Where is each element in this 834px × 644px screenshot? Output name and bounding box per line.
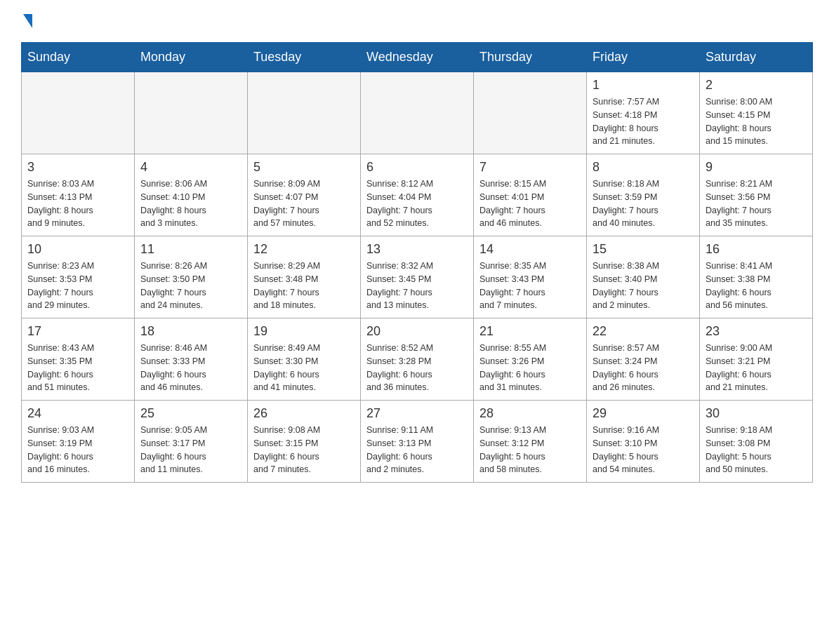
calendar-cell: 25Sunrise: 9:05 AMSunset: 3:17 PMDayligh…	[135, 401, 248, 483]
day-number: 28	[479, 406, 581, 421]
day-info: Sunrise: 7:57 AMSunset: 4:18 PMDaylight:…	[593, 95, 694, 148]
day-info: Sunrise: 8:43 AMSunset: 3:35 PMDaylight:…	[27, 342, 128, 394]
day-number: 24	[27, 406, 128, 421]
day-info: Sunrise: 8:21 AMSunset: 3:56 PMDaylight:…	[706, 177, 807, 230]
calendar-week-row: 3Sunrise: 8:03 AMSunset: 4:13 PMDaylight…	[22, 154, 813, 236]
day-info: Sunrise: 8:26 AMSunset: 3:50 PMDaylight:…	[140, 260, 241, 312]
day-number: 1	[593, 78, 694, 93]
calendar-cell: 29Sunrise: 9:16 AMSunset: 3:10 PMDayligh…	[587, 401, 700, 483]
day-info: Sunrise: 8:55 AMSunset: 3:26 PMDaylight:…	[479, 342, 581, 394]
day-info: Sunrise: 9:11 AMSunset: 3:13 PMDaylight:…	[366, 424, 468, 476]
day-info: Sunrise: 8:49 AMSunset: 3:30 PMDaylight:…	[253, 342, 355, 394]
day-info: Sunrise: 9:00 AMSunset: 3:21 PMDaylight:…	[706, 342, 807, 394]
day-number: 15	[593, 242, 694, 257]
calendar-cell: 8Sunrise: 8:18 AMSunset: 3:59 PMDaylight…	[587, 154, 700, 236]
logo	[21, 14, 32, 28]
day-info: Sunrise: 8:41 AMSunset: 3:38 PMDaylight:…	[706, 260, 807, 312]
calendar-cell: 4Sunrise: 8:06 AMSunset: 4:10 PMDaylight…	[135, 154, 248, 236]
calendar-cell: 11Sunrise: 8:26 AMSunset: 3:50 PMDayligh…	[135, 236, 248, 318]
calendar-cell	[135, 72, 248, 154]
weekday-header-monday: Monday	[135, 43, 248, 72]
calendar-cell: 1Sunrise: 7:57 AMSunset: 4:18 PMDaylight…	[587, 72, 700, 154]
calendar-cell: 21Sunrise: 8:55 AMSunset: 3:26 PMDayligh…	[474, 318, 587, 401]
day-info: Sunrise: 8:03 AMSunset: 4:13 PMDaylight:…	[27, 177, 128, 230]
day-info: Sunrise: 8:52 AMSunset: 3:28 PMDaylight:…	[366, 342, 468, 394]
weekday-header-row: SundayMondayTuesdayWednesdayThursdayFrid…	[22, 43, 813, 72]
day-number: 13	[366, 242, 468, 257]
calendar-week-row: 24Sunrise: 9:03 AMSunset: 3:19 PMDayligh…	[22, 401, 813, 483]
weekday-header-sunday: Sunday	[22, 43, 135, 72]
day-info: Sunrise: 8:46 AMSunset: 3:33 PMDaylight:…	[140, 342, 241, 394]
day-number: 27	[366, 406, 468, 421]
page-header	[21, 14, 813, 28]
day-number: 16	[706, 242, 807, 257]
calendar-cell: 28Sunrise: 9:13 AMSunset: 3:12 PMDayligh…	[474, 401, 587, 483]
calendar-cell: 26Sunrise: 9:08 AMSunset: 3:15 PMDayligh…	[248, 401, 361, 483]
day-info: Sunrise: 8:06 AMSunset: 4:10 PMDaylight:…	[140, 177, 241, 230]
calendar-cell: 22Sunrise: 8:57 AMSunset: 3:24 PMDayligh…	[587, 318, 700, 401]
day-number: 21	[479, 324, 581, 339]
weekday-header-wednesday: Wednesday	[361, 43, 474, 72]
calendar-cell	[474, 72, 587, 154]
day-info: Sunrise: 9:16 AMSunset: 3:10 PMDaylight:…	[593, 424, 694, 476]
day-info: Sunrise: 9:03 AMSunset: 3:19 PMDaylight:…	[27, 424, 128, 476]
day-number: 29	[593, 406, 694, 421]
calendar-cell: 9Sunrise: 8:21 AMSunset: 3:56 PMDaylight…	[700, 154, 813, 236]
day-info: Sunrise: 8:12 AMSunset: 4:04 PMDaylight:…	[366, 177, 468, 230]
weekday-header-friday: Friday	[587, 43, 700, 72]
day-number: 17	[27, 324, 128, 339]
day-number: 20	[366, 324, 468, 339]
day-number: 25	[140, 406, 241, 421]
day-number: 5	[253, 160, 355, 175]
day-number: 11	[140, 242, 241, 257]
day-number: 22	[593, 324, 694, 339]
calendar-cell	[22, 72, 135, 154]
day-number: 3	[27, 160, 128, 175]
calendar-cell: 20Sunrise: 8:52 AMSunset: 3:28 PMDayligh…	[361, 318, 474, 401]
day-info: Sunrise: 8:38 AMSunset: 3:40 PMDaylight:…	[593, 260, 694, 312]
day-info: Sunrise: 8:23 AMSunset: 3:53 PMDaylight:…	[27, 260, 128, 312]
day-number: 12	[253, 242, 355, 257]
day-number: 30	[706, 406, 807, 421]
day-info: Sunrise: 9:18 AMSunset: 3:08 PMDaylight:…	[706, 424, 807, 476]
day-number: 23	[706, 324, 807, 339]
calendar-cell: 5Sunrise: 8:09 AMSunset: 4:07 PMDaylight…	[248, 154, 361, 236]
calendar-cell: 27Sunrise: 9:11 AMSunset: 3:13 PMDayligh…	[361, 401, 474, 483]
day-info: Sunrise: 8:57 AMSunset: 3:24 PMDaylight:…	[593, 342, 694, 394]
calendar-cell: 17Sunrise: 8:43 AMSunset: 3:35 PMDayligh…	[22, 318, 135, 401]
calendar-cell: 6Sunrise: 8:12 AMSunset: 4:04 PMDaylight…	[361, 154, 474, 236]
calendar-cell: 24Sunrise: 9:03 AMSunset: 3:19 PMDayligh…	[22, 401, 135, 483]
weekday-header-tuesday: Tuesday	[248, 43, 361, 72]
day-info: Sunrise: 8:32 AMSunset: 3:45 PMDaylight:…	[366, 260, 468, 312]
day-number: 9	[706, 160, 807, 175]
day-info: Sunrise: 8:29 AMSunset: 3:48 PMDaylight:…	[253, 260, 355, 312]
calendar-week-row: 1Sunrise: 7:57 AMSunset: 4:18 PMDaylight…	[22, 72, 813, 154]
calendar-cell: 7Sunrise: 8:15 AMSunset: 4:01 PMDaylight…	[474, 154, 587, 236]
day-info: Sunrise: 8:00 AMSunset: 4:15 PMDaylight:…	[706, 95, 807, 148]
day-number: 8	[593, 160, 694, 175]
calendar-cell: 19Sunrise: 8:49 AMSunset: 3:30 PMDayligh…	[248, 318, 361, 401]
calendar-cell: 13Sunrise: 8:32 AMSunset: 3:45 PMDayligh…	[361, 236, 474, 318]
day-info: Sunrise: 8:35 AMSunset: 3:43 PMDaylight:…	[479, 260, 581, 312]
logo-triangle-icon	[23, 14, 32, 28]
day-info: Sunrise: 9:13 AMSunset: 3:12 PMDaylight:…	[479, 424, 581, 476]
calendar-cell: 12Sunrise: 8:29 AMSunset: 3:48 PMDayligh…	[248, 236, 361, 318]
calendar-cell: 16Sunrise: 8:41 AMSunset: 3:38 PMDayligh…	[700, 236, 813, 318]
day-number: 19	[253, 324, 355, 339]
calendar-cell: 23Sunrise: 9:00 AMSunset: 3:21 PMDayligh…	[700, 318, 813, 401]
calendar-cell: 18Sunrise: 8:46 AMSunset: 3:33 PMDayligh…	[135, 318, 248, 401]
day-number: 4	[140, 160, 241, 175]
calendar-week-row: 10Sunrise: 8:23 AMSunset: 3:53 PMDayligh…	[22, 236, 813, 318]
weekday-header-thursday: Thursday	[474, 43, 587, 72]
day-number: 10	[27, 242, 128, 257]
day-info: Sunrise: 8:18 AMSunset: 3:59 PMDaylight:…	[593, 177, 694, 230]
calendar-cell	[248, 72, 361, 154]
day-info: Sunrise: 8:15 AMSunset: 4:01 PMDaylight:…	[479, 177, 581, 230]
day-info: Sunrise: 9:05 AMSunset: 3:17 PMDaylight:…	[140, 424, 241, 476]
day-number: 2	[706, 78, 807, 93]
calendar-cell: 15Sunrise: 8:38 AMSunset: 3:40 PMDayligh…	[587, 236, 700, 318]
calendar-cell: 2Sunrise: 8:00 AMSunset: 4:15 PMDaylight…	[700, 72, 813, 154]
calendar-week-row: 17Sunrise: 8:43 AMSunset: 3:35 PMDayligh…	[22, 318, 813, 401]
day-number: 14	[479, 242, 581, 257]
calendar-cell: 30Sunrise: 9:18 AMSunset: 3:08 PMDayligh…	[700, 401, 813, 483]
